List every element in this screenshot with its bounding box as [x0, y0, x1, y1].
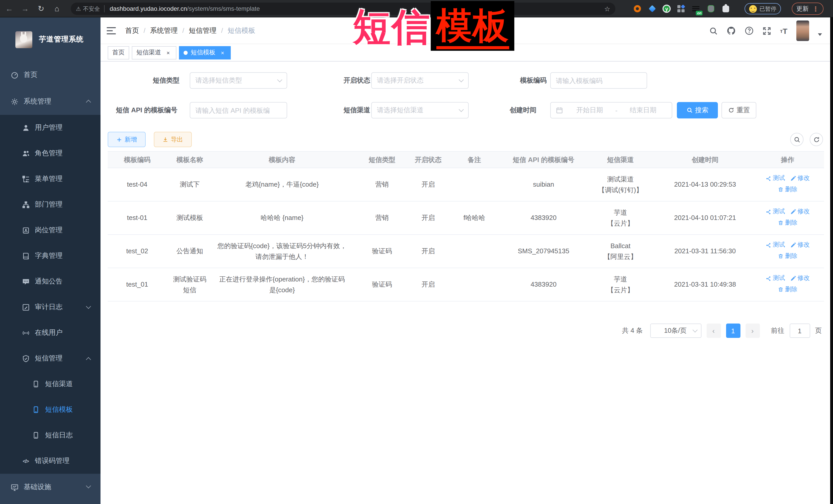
edit-log-icon	[22, 303, 30, 311]
template-code-input[interactable]	[550, 72, 647, 89]
sidebar-item-sms-log[interactable]: 短信日志	[0, 423, 100, 448]
goto-page-input[interactable]	[789, 323, 810, 338]
sidebar-item-home[interactable]: 首页	[0, 62, 100, 88]
shield-check-icon	[22, 354, 30, 362]
filter-form: 短信类型 请选择短信类型 开启状态 请选择开启状态 模板编码 短信 API 的模…	[100, 62, 833, 121]
fullscreen-icon[interactable]	[763, 26, 771, 35]
test-link[interactable]: 测试	[766, 240, 785, 250]
channel-select[interactable]: 请选择短信渠道	[371, 102, 469, 118]
sidebar-item-infrastructure[interactable]: 基础设施	[0, 474, 100, 500]
table-toolbar: 新增 导出	[100, 132, 833, 147]
delete-link[interactable]: 删除	[778, 285, 798, 295]
delete-link[interactable]: 删除	[778, 218, 798, 228]
sms-type-select[interactable]: 请选择短信类型	[190, 72, 287, 89]
breadcrumb-home[interactable]: 首页	[125, 26, 139, 35]
tag-sms-channel[interactable]: 短信渠道 ×	[132, 46, 176, 59]
test-link[interactable]: 测试	[766, 207, 785, 217]
tag-home[interactable]: 首页	[108, 46, 129, 59]
sidebar-item-audit-log[interactable]: 审计日志	[0, 294, 100, 320]
chevron-down-icon	[86, 304, 91, 309]
edit-link[interactable]: 修改	[790, 240, 810, 250]
profile-paused-chip[interactable]: 已暂停	[744, 3, 781, 14]
sidebar-item-notices[interactable]: 通知公告	[0, 269, 100, 294]
tags-view: 首页 短信渠道 × 短信模板 ×	[100, 44, 833, 62]
breadcrumb-sms[interactable]: 短信管理	[189, 26, 217, 35]
sidebar-item-sms-management[interactable]: 短信管理	[0, 345, 100, 371]
show-search-toggle-button[interactable]	[790, 133, 804, 146]
next-page-button[interactable]: ›	[745, 323, 760, 338]
prev-page-button[interactable]: ‹	[706, 323, 721, 338]
sidebar-item-error-codes[interactable]: </> 错误码管理	[0, 448, 100, 474]
delete-link[interactable]: 删除	[778, 185, 798, 195]
sidebar-item-posts[interactable]: 岗位管理	[0, 217, 100, 243]
edit-link[interactable]: 修改	[790, 173, 810, 184]
chevron-up-icon	[86, 357, 91, 362]
table-row: test-04 测试下 老鸡{name}，牛逼{code} 营销 开启 suib…	[108, 168, 824, 201]
status-select[interactable]: 请选择开启状态	[371, 72, 469, 89]
extension-monkey-icon[interactable]	[706, 4, 715, 13]
export-button[interactable]: 导出	[154, 132, 192, 147]
test-link[interactable]: 测试	[766, 173, 785, 184]
browser-forward-icon[interactable]: →	[19, 2, 32, 15]
browser-update-button[interactable]: 更新 ⋮	[792, 3, 824, 15]
app-logo-row[interactable]: 芋道管理系统	[0, 18, 100, 62]
create-time-range-picker[interactable]: 开始日期 - 结束日期	[550, 102, 672, 118]
page-number-button[interactable]: 1	[726, 323, 740, 338]
extension-y-icon[interactable]: y	[663, 5, 671, 13]
extension-donut-icon[interactable]	[633, 4, 642, 13]
help-icon[interactable]	[745, 26, 754, 35]
edit-link[interactable]: 修改	[790, 273, 810, 284]
chevron-down-icon	[277, 77, 282, 82]
sidebar-item-system[interactable]: 系统管理	[0, 88, 100, 115]
browser-scrollbar[interactable]	[830, 18, 833, 504]
user-avatar[interactable]	[796, 21, 809, 41]
avatar-dropdown-caret-icon[interactable]	[817, 33, 822, 35]
chevron-up-icon	[86, 100, 91, 105]
browser-reload-icon[interactable]: ↻	[34, 2, 48, 15]
delete-link[interactable]: 删除	[778, 251, 798, 262]
phone-icon	[32, 431, 40, 439]
sidebar-item-sms-template[interactable]: 短信模板	[0, 397, 100, 423]
browser-home-icon[interactable]: ⌂	[50, 2, 64, 15]
address-bar[interactable]: ⚠ 不安全 dashboard.yudao.iocoder.cn /system…	[71, 3, 615, 15]
extensions-puzzle-icon[interactable]	[721, 4, 730, 13]
browser-back-icon[interactable]: ←	[3, 2, 16, 15]
sidebar-item-users[interactable]: 用户管理	[0, 115, 100, 141]
browser-toolbar: ← → ↻ ⌂ ⚠ 不安全 dashboard.yudao.iocoder.cn…	[0, 0, 833, 18]
extension-gem-icon[interactable]	[648, 4, 657, 13]
github-icon[interactable]	[727, 26, 736, 35]
api-template-id-input[interactable]	[190, 102, 287, 118]
close-icon[interactable]: ×	[165, 49, 172, 56]
status-label: 开启状态	[321, 72, 370, 89]
close-icon[interactable]: ×	[219, 49, 226, 56]
extension-list-icon[interactable]: on	[691, 4, 700, 13]
sidebar-item-roles[interactable]: 角色管理	[0, 141, 100, 166]
page-unit-label: 页	[815, 326, 822, 335]
goto-label: 前往	[771, 326, 784, 335]
bookmark-star-icon[interactable]: ☆	[604, 5, 610, 13]
sidebar-item-online-users[interactable]: 在线用户	[0, 320, 100, 345]
sidebar-collapse-icon[interactable]	[106, 27, 116, 34]
font-size-icon[interactable]: тT	[780, 26, 787, 35]
add-button[interactable]: 新增	[108, 132, 146, 147]
edit-link[interactable]: 修改	[790, 207, 810, 217]
breadcrumb-current: 短信模板	[228, 26, 255, 35]
refresh-table-button[interactable]	[810, 133, 823, 146]
search-button[interactable]: 搜索	[677, 102, 718, 118]
page-size-select[interactable]: 10条/页	[650, 323, 701, 338]
api-template-id-label: 短信 API 的模板编号	[105, 102, 177, 118]
sidebar-item-dictionary[interactable]: 字典管理	[0, 243, 100, 269]
breadcrumb-system[interactable]: 系统管理	[150, 26, 178, 35]
sidebar-item-sms-channel[interactable]: 短信渠道	[0, 371, 100, 397]
menu-tree-icon	[22, 175, 30, 183]
sidebar-item-menus[interactable]: 菜单管理	[0, 166, 100, 192]
reset-button[interactable]: 重置	[721, 102, 756, 118]
tag-sms-template[interactable]: 短信模板 ×	[179, 46, 231, 59]
browser-menu-dots-icon[interactable]: ⋮	[812, 5, 819, 13]
main-content: 首页 / 系统管理 / 短信管理 / 短信模板	[100, 18, 833, 504]
test-link[interactable]: 测试	[766, 273, 785, 284]
sidebar-item-departments[interactable]: 部门管理	[0, 192, 100, 217]
sidebar: 芋道管理系统 首页 系统管理 用户管理	[0, 18, 100, 504]
extension-grid-icon[interactable]	[676, 4, 686, 13]
search-icon[interactable]	[709, 26, 718, 35]
